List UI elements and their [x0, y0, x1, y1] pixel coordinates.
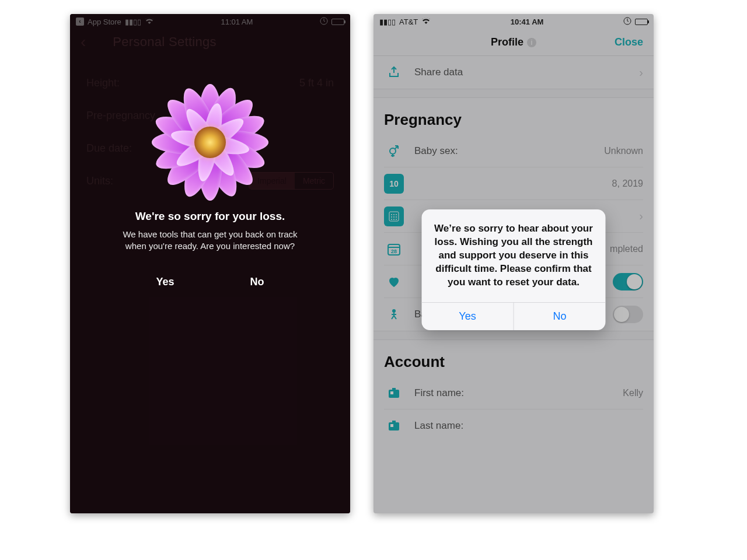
phone-right: ▮▮▯▯ AT&T 10:41 AM Profile i Close	[374, 14, 654, 513]
loss-yes-button[interactable]: Yes	[156, 276, 174, 288]
reset-data-alert: We’re so sorry to hear about your loss. …	[422, 209, 606, 330]
alert-yes-button[interactable]: Yes	[422, 303, 514, 330]
alert-message: We’re so sorry to hear about your loss. …	[422, 209, 606, 302]
phone-left: ‹ App Store ▮▮▯▯ 11:01 AM ‹ Personal Set…	[70, 14, 350, 513]
loss-no-button[interactable]: No	[250, 276, 264, 288]
loss-title: We're so sorry for your loss.	[135, 210, 285, 223]
loss-dialog-left: We're so sorry for your loss. We have to…	[70, 14, 350, 513]
flower-icon	[158, 90, 263, 195]
loss-body: We have tools that can get you back on t…	[117, 229, 303, 253]
alert-no-button[interactable]: No	[514, 303, 606, 330]
